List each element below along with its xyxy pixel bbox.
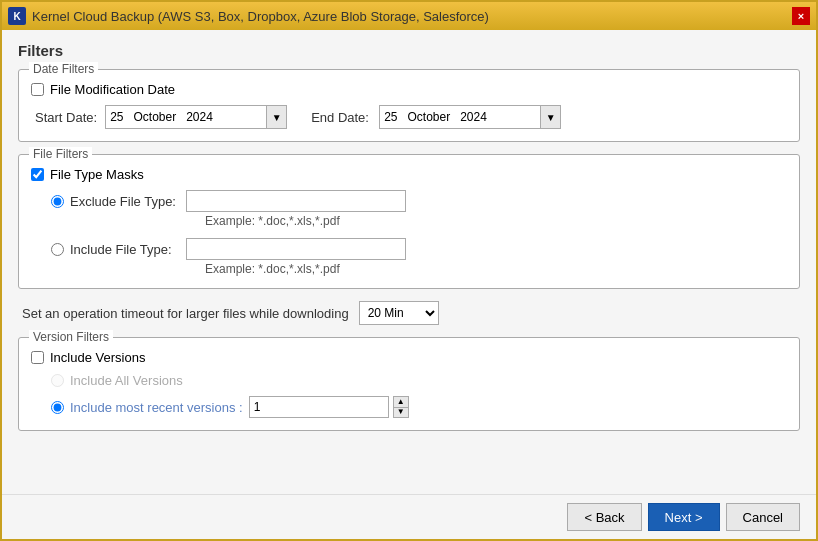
start-date-calendar-btn[interactable]: ▼ [266,106,286,128]
start-date-input-group: ▼ [105,105,287,129]
end-date-input-group: ▼ [379,105,561,129]
spinner-down-btn[interactable]: ▼ [394,408,408,418]
all-versions-label: Include All Versions [70,373,183,388]
exclude-file-type-container: Exclude File Type: Example: *.doc,*.xls,… [51,190,787,228]
include-radio[interactable] [51,243,64,256]
exclude-radio-row: Exclude File Type: [51,190,787,212]
start-date-input[interactable] [106,106,266,128]
title-bar: K Kernel Cloud Backup (AWS S3, Box, Drop… [2,2,816,30]
exclude-radio[interactable] [51,195,64,208]
version-filters-group: Version Filters Include Versions Include… [18,337,800,431]
spinner-up-btn[interactable]: ▲ [394,397,408,408]
exclude-example: Example: *.doc,*.xls,*.pdf [205,214,787,228]
version-filters-label: Version Filters [29,330,113,344]
end-date-calendar-btn[interactable]: ▼ [540,106,560,128]
file-filters-label: File Filters [29,147,92,161]
file-modification-row: File Modification Date [31,82,787,97]
file-type-masks-row: File Type Masks [31,167,787,182]
end-date-input[interactable] [380,106,540,128]
include-versions-label: Include Versions [50,350,145,365]
date-filters-group: Date Filters File Modification Date Star… [18,69,800,142]
date-row: Start Date: ▼ End Date: ▼ [35,105,787,129]
file-type-radio-group: Exclude File Type: Example: *.doc,*.xls,… [51,190,787,276]
version-radios: Include All Versions Include most recent… [51,373,787,418]
cancel-button[interactable]: Cancel [726,503,800,531]
end-date-label: End Date: [311,110,371,125]
exclude-label: Exclude File Type: [70,194,180,209]
all-versions-row: Include All Versions [51,373,787,388]
include-versions-checkbox[interactable] [31,351,44,364]
spinner-buttons: ▲ ▼ [393,396,409,418]
date-filters-content: File Modification Date Start Date: ▼ End… [31,82,787,129]
window-title: Kernel Cloud Backup (AWS S3, Box, Dropbo… [32,9,489,24]
include-input[interactable] [186,238,406,260]
include-file-type-container: Include File Type: Example: *.doc,*.xls,… [51,238,787,276]
recent-versions-radio[interactable] [51,401,64,414]
file-type-masks-checkbox[interactable] [31,168,44,181]
recent-versions-spinner-group: ▲ ▼ [249,396,409,418]
next-button[interactable]: Next > [648,503,720,531]
content-area: Filters Date Filters File Modification D… [2,30,816,494]
version-filters-content: Include Versions Include All Versions In… [31,350,787,418]
recent-versions-row: Include most recent versions : ▲ ▼ [51,396,787,418]
recent-versions-label: Include most recent versions : [70,400,243,415]
date-filters-label: Date Filters [29,62,98,76]
exclude-input[interactable] [186,190,406,212]
file-type-masks-label: File Type Masks [50,167,144,182]
footer: < Back Next > Cancel [2,494,816,539]
page-title: Filters [18,42,800,59]
timeout-select[interactable]: 5 Min 10 Min 20 Min 30 Min 60 Min [359,301,439,325]
app-icon: K [8,7,26,25]
back-button[interactable]: < Back [567,503,641,531]
include-radio-row: Include File Type: [51,238,787,260]
file-modification-checkbox[interactable] [31,83,44,96]
include-versions-row: Include Versions [31,350,787,365]
recent-versions-input[interactable] [249,396,389,418]
start-date-label: Start Date: [35,110,97,125]
close-button[interactable]: × [792,7,810,25]
file-filters-content: File Type Masks Exclude File Type: Examp… [31,167,787,276]
timeout-label: Set an operation timeout for larger file… [22,306,349,321]
file-modification-label: File Modification Date [50,82,175,97]
main-window: K Kernel Cloud Backup (AWS S3, Box, Drop… [0,0,818,541]
include-label: Include File Type: [70,242,180,257]
include-example: Example: *.doc,*.xls,*.pdf [205,262,787,276]
timeout-row: Set an operation timeout for larger file… [18,301,800,325]
title-bar-left: K Kernel Cloud Backup (AWS S3, Box, Drop… [8,7,489,25]
file-filters-group: File Filters File Type Masks Exclude Fil… [18,154,800,289]
all-versions-radio[interactable] [51,374,64,387]
